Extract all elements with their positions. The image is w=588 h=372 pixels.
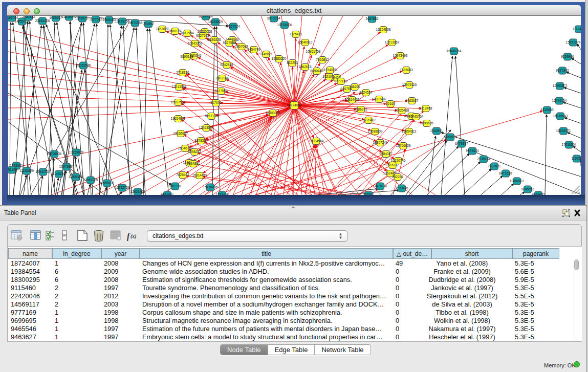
svg-text:2087682: 2087682	[365, 17, 379, 20]
svg-text:16210643: 16210643	[553, 114, 568, 118]
svg-text:7625402: 7625402	[176, 173, 189, 177]
svg-text:9981061: 9981061	[161, 193, 174, 195]
svg-text:12905135: 12905135	[69, 175, 83, 179]
svg-text:1005507: 1005507	[49, 16, 62, 19]
svg-text:15751074: 15751074	[566, 40, 581, 44]
svg-text:1112480: 1112480	[573, 27, 581, 31]
svg-text:7955812: 7955812	[316, 58, 329, 61]
svg-text:16958680: 16958680	[199, 16, 213, 18]
svg-text:8813054: 8813054	[267, 16, 280, 20]
svg-text:62160: 62160	[386, 102, 395, 105]
svg-text:6794028: 6794028	[323, 68, 337, 72]
svg-text:9890168: 9890168	[180, 55, 193, 58]
svg-text:6479197: 6479197	[455, 142, 468, 145]
svg-text:9327503: 9327503	[196, 34, 209, 37]
svg-text:15720407: 15720407	[361, 118, 376, 122]
svg-text:12923468: 12923468	[130, 190, 145, 193]
svg-text:15692071: 15692071	[556, 129, 571, 133]
svg-text:14136141: 14136141	[373, 184, 388, 188]
svg-text:19166827: 19166827	[173, 132, 188, 135]
svg-text:11156829: 11156829	[19, 169, 34, 172]
svg-text:9329966: 9329966	[561, 55, 574, 58]
svg-text:12353594: 12353594	[199, 126, 214, 129]
svg-text:9777169: 9777169	[334, 79, 347, 83]
svg-text:20053546: 20053546	[76, 63, 91, 67]
svg-text:7167004: 7167004	[8, 16, 18, 19]
svg-text:7632621: 7632621	[488, 164, 501, 168]
svg-text:116753: 116753	[571, 157, 581, 160]
svg-text:15640910: 15640910	[298, 40, 313, 44]
svg-text:8990448: 8990448	[310, 69, 323, 73]
svg-text:9242848: 9242848	[220, 63, 233, 67]
svg-text:17957225: 17957225	[83, 178, 98, 182]
svg-text:8186328: 8186328	[208, 38, 221, 41]
svg-text:10688609: 10688609	[368, 129, 383, 133]
svg-text:5958923: 5958923	[444, 135, 457, 139]
svg-text:19756928: 19756928	[396, 144, 411, 147]
svg-text:9227342: 9227342	[556, 69, 569, 72]
svg-text:757561: 757561	[363, 193, 374, 195]
svg-text:1733426: 1733426	[395, 186, 408, 190]
svg-text:9146821: 9146821	[259, 52, 273, 56]
svg-text:16495764: 16495764	[409, 115, 424, 118]
svg-text:16671355: 16671355	[128, 21, 143, 25]
svg-text:9327508: 9327508	[223, 41, 236, 45]
svg-text:16648764: 16648764	[447, 49, 462, 53]
svg-text:6466160: 6466160	[102, 18, 116, 21]
svg-text:f: f	[127, 232, 130, 241]
svg-text:16154808: 16154808	[376, 28, 391, 31]
svg-text:8454749: 8454749	[247, 48, 260, 51]
svg-text:2803144: 2803144	[215, 76, 229, 80]
svg-text:10958107: 10958107	[100, 181, 115, 185]
svg-text:17016504: 17016504	[562, 143, 577, 146]
svg-text:1527602: 1527602	[89, 17, 102, 21]
svg-text:8660124: 8660124	[168, 29, 182, 33]
svg-text:832203: 832203	[287, 61, 298, 64]
svg-text:9657791: 9657791	[168, 184, 182, 188]
svg-text:10975887: 10975887	[59, 165, 74, 168]
svg-text:10543352: 10543352	[188, 41, 203, 45]
svg-text:12444154: 12444154	[552, 99, 567, 102]
svg-text:1325421: 1325421	[289, 32, 302, 36]
svg-text:10961758: 10961758	[306, 50, 321, 53]
svg-text:12942737: 12942737	[36, 170, 51, 173]
svg-text:2430132: 2430132	[22, 16, 35, 18]
svg-text:8427552: 8427552	[214, 89, 228, 93]
svg-text:19218506: 19218506	[277, 23, 292, 27]
svg-text:10654112: 10654112	[510, 179, 525, 183]
svg-text:18724007: 18724007	[287, 103, 302, 107]
svg-text:18300295: 18300295	[266, 111, 280, 115]
svg-text:1640911: 1640911	[430, 129, 443, 133]
svg-text:16033809: 16033809	[208, 20, 223, 24]
svg-text:7986372: 7986372	[354, 107, 367, 111]
svg-text:15546046: 15546046	[62, 16, 77, 18]
svg-text:20691406: 20691406	[35, 19, 50, 23]
svg-text:12213383: 12213383	[172, 85, 187, 89]
svg-text:19654925: 19654925	[171, 117, 186, 120]
svg-text:746266: 746266	[349, 85, 360, 89]
svg-text:8215953: 8215953	[540, 108, 554, 112]
svg-text:2935114: 2935114	[477, 157, 490, 161]
svg-text:8878334: 8878334	[194, 139, 208, 142]
svg-text:9463627: 9463627	[405, 99, 419, 102]
svg-text:18807249: 18807249	[373, 141, 388, 144]
svg-text:7357224: 7357224	[227, 25, 240, 28]
svg-text:1145194: 1145194	[53, 172, 66, 176]
svg-text:7485063: 7485063	[400, 68, 413, 72]
svg-text:10107553: 10107553	[171, 100, 186, 104]
svg-text:2718126: 2718126	[176, 71, 189, 74]
svg-text:9245653: 9245653	[532, 193, 545, 195]
svg-text:15716485: 15716485	[203, 185, 218, 189]
svg-text:12975115: 12975115	[402, 83, 417, 86]
svg-text:10973493: 10973493	[393, 54, 408, 57]
svg-text:9684067: 9684067	[379, 152, 393, 156]
svg-text:16782759: 16782759	[115, 186, 130, 189]
svg-text:10807487: 10807487	[372, 97, 387, 101]
svg-text:252254: 252254	[392, 175, 403, 179]
svg-text:1615132: 1615132	[386, 163, 399, 167]
svg-text:2867608: 2867608	[235, 45, 248, 48]
svg-text:10655267: 10655267	[75, 16, 90, 20]
svg-text:8912954: 8912954	[181, 31, 194, 35]
svg-text:9245652: 9245652	[521, 187, 534, 191]
svg-text:8267130: 8267130	[205, 114, 218, 118]
